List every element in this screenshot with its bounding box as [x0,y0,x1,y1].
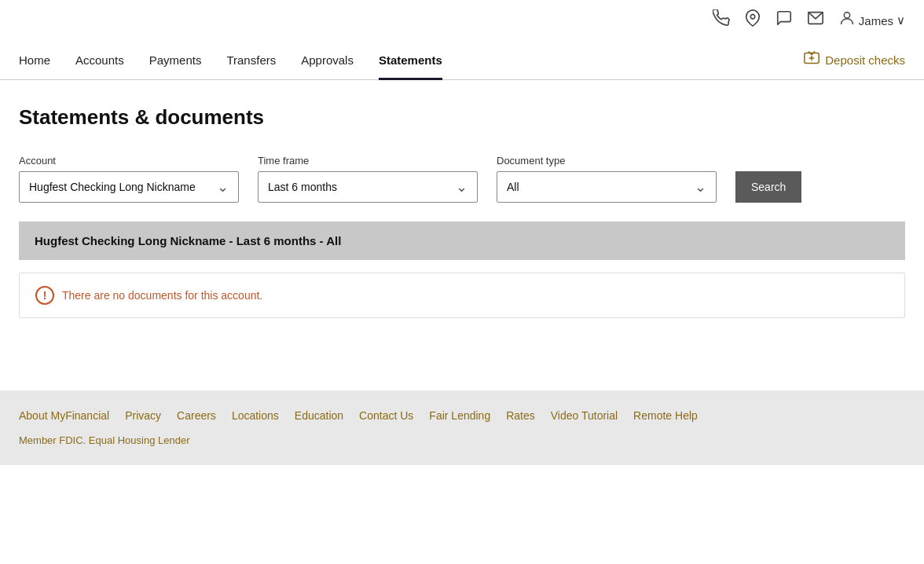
footer-link-locations[interactable]: Locations [232,409,279,422]
nav-statements[interactable]: Statements [379,41,442,79]
user-chevron-icon: ∨ [896,13,905,27]
footer-links: About MyFinancial Privacy Careers Locati… [19,409,905,422]
nav-home[interactable]: Home [19,41,50,79]
account-chevron-icon: ⌄ [217,178,229,196]
footer-link-privacy[interactable]: Privacy [125,409,161,422]
user-avatar-icon [838,9,856,31]
main-content: Statements & documents Account Hugfest C… [0,80,924,343]
search-button[interactable]: Search [735,171,801,203]
account-select-value: Hugfest Checking Long Nickname [29,181,196,193]
footer: About MyFinancial Privacy Careers Locati… [0,390,924,465]
timeframe-chevron-icon: ⌄ [456,178,468,196]
location-icon[interactable] [744,9,761,31]
doctype-chevron-icon: ⌄ [695,178,706,196]
nav-payments[interactable]: Payments [149,41,202,79]
timeframe-select-value: Last 6 months [268,181,337,193]
account-filter-group: Account Hugfest Checking Long Nickname ⌄ [19,155,239,203]
footer-link-fair-lending[interactable]: Fair Lending [429,409,490,422]
footer-link-video-tutorial[interactable]: Video Tutorial [551,409,618,422]
result-bar: Hugfest Checking Long Nickname - Last 6 … [19,222,905,260]
doctype-select-value: All [507,181,519,193]
svg-point-0 [750,14,755,19]
account-label: Account [19,155,239,167]
footer-link-careers[interactable]: Careers [177,409,216,422]
nav-approvals[interactable]: Approvals [301,41,354,79]
user-name: James [859,14,893,27]
deposit-checks-icon [803,49,820,71]
deposit-checks-link[interactable]: Deposit checks [803,49,905,71]
timeframe-label: Time frame [258,155,478,167]
no-documents-message: There are no documents for this account. [62,289,262,302]
email-icon[interactable] [807,9,824,31]
doctype-select[interactable]: All ⌄ [497,171,717,203]
timeframe-select[interactable]: Last 6 months ⌄ [258,171,478,203]
phone-icon[interactable] [713,9,730,31]
chat-icon[interactable] [776,9,793,31]
filter-row: Account Hugfest Checking Long Nickname ⌄… [19,155,905,203]
top-bar: James ∨ [0,0,924,41]
svg-point-2 [844,13,849,18]
no-documents-box: ! There are no documents for this accoun… [19,273,905,318]
deposit-checks-label: Deposit checks [825,53,905,67]
nav-transfers[interactable]: Transfers [226,41,276,79]
user-menu[interactable]: James ∨ [838,9,905,31]
footer-link-about[interactable]: About MyFinancial [19,409,109,422]
footer-link-remote-help[interactable]: Remote Help [633,409,698,422]
doctype-label: Document type [497,155,717,167]
footer-link-contact[interactable]: Contact Us [359,409,413,422]
timeframe-filter-group: Time frame Last 6 months ⌄ [258,155,478,203]
nav-bar: Home Accounts Payments Transfers Approva… [0,41,924,80]
page-title: Statements & documents [19,105,905,130]
footer-link-education[interactable]: Education [295,409,343,422]
footer-link-rates[interactable]: Rates [506,409,535,422]
warning-icon: ! [35,286,54,305]
account-select[interactable]: Hugfest Checking Long Nickname ⌄ [19,171,239,203]
nav-links: Home Accounts Payments Transfers Approva… [19,41,803,79]
nav-accounts[interactable]: Accounts [75,41,124,79]
doctype-filter-group: Document type All ⌄ [497,155,717,203]
footer-bottom: Member FDIC. Equal Housing Lender [19,434,905,446]
